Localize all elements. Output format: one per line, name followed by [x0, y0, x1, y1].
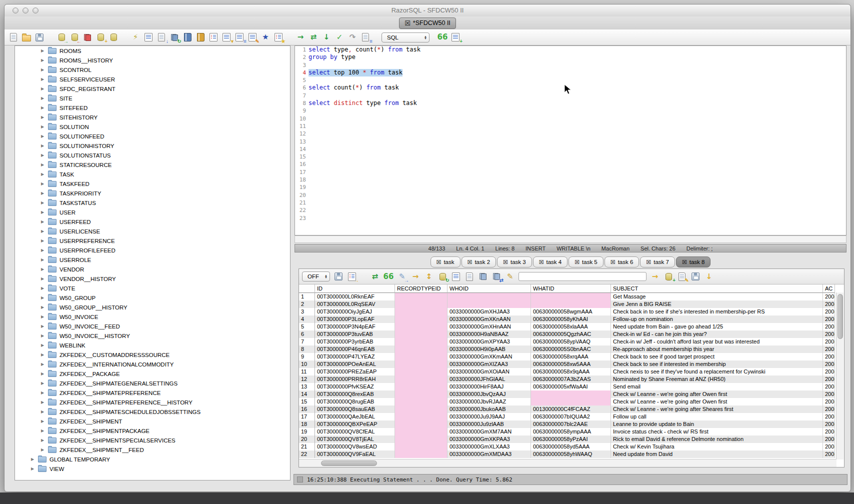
- tree-item[interactable]: ▶ZKFEDEX__SHIPMENT: [15, 416, 290, 426]
- table-cell[interactable]: [395, 420, 448, 428]
- favorites-icon[interactable]: ★: [260, 32, 270, 42]
- rollback-icon[interactable]: ↷: [348, 32, 358, 42]
- tree-item[interactable]: ▶W50_INVOICE__HISTORY: [15, 331, 290, 340]
- save-all-results-icon[interactable]: [690, 272, 700, 282]
- table-row[interactable]: 400T3000000P3LopEAF0033000000GmXKnAAN006…: [299, 316, 844, 323]
- table-cell[interactable]: [395, 308, 448, 316]
- table-row[interactable]: 1600T3000000Q8sauEAB0033000000JbukoAAB00…: [299, 406, 844, 413]
- table-cell[interactable]: Follow-up on nomination: [611, 316, 823, 323]
- table-cell[interactable]: Check back to see if good target prospec…: [611, 353, 823, 360]
- row-number[interactable]: 8: [299, 346, 315, 353]
- table-cell[interactable]: 200(: [823, 293, 835, 300]
- table-cell[interactable]: [531, 293, 611, 300]
- table-cell[interactable]: 00T3000000OiyJgEAJ: [315, 308, 395, 316]
- table-cell[interactable]: 006300000058x9qAAA: [531, 368, 611, 376]
- import-data-icon[interactable]: ↻: [170, 32, 180, 42]
- table-cell[interactable]: 0033000000GmXHJAA3: [448, 308, 531, 316]
- table-editor-icon[interactable]: ★: [274, 32, 284, 42]
- table-cell[interactable]: 0033000000GmXKnAAN: [448, 316, 531, 323]
- editor-line[interactable]: 18: [295, 176, 846, 184]
- table-cell[interactable]: 0033000000Ju9J9AAJ: [448, 413, 531, 420]
- tree-item[interactable]: ▶SITEFEED: [15, 103, 290, 112]
- disclosure-triangle-icon[interactable]: ▶: [40, 448, 45, 452]
- disclosure-triangle-icon[interactable]: ▶: [40, 305, 45, 310]
- editor-line[interactable]: 20: [295, 192, 846, 199]
- table-cell[interactable]: 00T3000000P47LYEAZ: [315, 353, 395, 360]
- transpose-icon[interactable]: →: [347, 272, 357, 282]
- tree-item[interactable]: ▶USER: [15, 208, 290, 217]
- disclosure-triangle-icon[interactable]: ▶: [40, 106, 45, 110]
- editor-hscrollbar[interactable]: [294, 236, 846, 243]
- execute-all-icon[interactable]: +: [450, 32, 460, 42]
- table-row[interactable]: 600T3000000P3tuvEAB0033000000H9aNBAAZ006…: [299, 330, 844, 338]
- table-cell[interactable]: 0033000000GmXLXAA3: [448, 443, 531, 450]
- tree-item[interactable]: ▶W50_GROUP: [15, 293, 290, 302]
- table-cell[interactable]: 0013000000C4fFCAAZ: [531, 406, 611, 413]
- limit-rows-select[interactable]: OFF ▲▼: [302, 272, 330, 282]
- table-row[interactable]: 1900T3000000QV8CfEAL0033000000GmXM7AAN00…: [299, 428, 844, 436]
- table-cell[interactable]: 200(: [823, 413, 835, 420]
- disclosure-triangle-icon[interactable]: ▶: [40, 172, 45, 176]
- editor-line[interactable]: 15: [295, 153, 846, 160]
- table-row[interactable]: 1000T3000000POeAnEAL0033000000GmXIZAA300…: [299, 360, 844, 368]
- row-number[interactable]: 14: [299, 390, 315, 398]
- tree-item[interactable]: ▶SOLUTIONFEED: [15, 132, 290, 141]
- table-cell[interactable]: [395, 338, 448, 346]
- editor-line[interactable]: 5: [295, 76, 846, 84]
- editor-line[interactable]: 16: [295, 160, 846, 168]
- column-header[interactable]: WHOID: [448, 284, 531, 293]
- table-cell[interactable]: 00T3000000QAeJbEAL: [315, 413, 395, 420]
- disclosure-triangle-icon[interactable]: ▶: [40, 381, 45, 386]
- open-file-icon[interactable]: [22, 32, 32, 42]
- tree-item[interactable]: ▶USERPROFILEFEED: [15, 246, 290, 255]
- editor-line[interactable]: 13: [295, 138, 846, 146]
- column-header[interactable]: AC: [823, 284, 835, 293]
- disclosure-triangle-icon[interactable]: ▶: [40, 77, 45, 82]
- table-cell[interactable]: 200(: [823, 323, 835, 330]
- tree-item[interactable]: ▶TASK: [15, 170, 290, 179]
- table-cell[interactable]: [395, 323, 448, 330]
- tab-close-icon[interactable]: ☒: [468, 260, 472, 265]
- row-number[interactable]: 4: [299, 316, 315, 323]
- editor-line[interactable]: 6select count(*) from task: [295, 84, 846, 92]
- table-cell[interactable]: [395, 383, 448, 390]
- search-next-icon[interactable]: →: [650, 272, 660, 282]
- disclosure-triangle-icon[interactable]: ▶: [40, 419, 45, 424]
- tree-item[interactable]: ▶VOTE: [15, 284, 290, 293]
- edit-results-icon[interactable]: ✎→: [397, 272, 407, 282]
- table-cell[interactable]: 200(: [823, 383, 835, 390]
- table-cell[interactable]: 006300000058xlaAAA: [531, 323, 611, 330]
- results-search-input[interactable]: [518, 272, 646, 281]
- table-row[interactable]: 700T3000000P3yrbEAB0033000000GmXPYAA3006…: [299, 338, 844, 346]
- tree-item[interactable]: ▶ZKFEDEX__PACKAGE: [15, 369, 290, 378]
- row-number[interactable]: 3: [299, 308, 315, 316]
- table-cell[interactable]: 00630000005S0bnAAC: [531, 346, 611, 353]
- table-cell[interactable]: 00T3000000QV8CfEAL: [315, 428, 395, 436]
- disclosure-triangle-icon[interactable]: ▶: [40, 144, 45, 148]
- table-cell[interactable]: [395, 413, 448, 420]
- save-results-icon[interactable]: [334, 272, 344, 282]
- disclosure-triangle-icon[interactable]: ▶: [40, 324, 45, 328]
- table-cell[interactable]: Check back in to see if she's interested…: [611, 308, 823, 316]
- tree-item[interactable]: ▶W50_INVOICE: [15, 312, 290, 322]
- table-cell[interactable]: [395, 300, 448, 308]
- disclosure-triangle-icon[interactable]: ▶: [30, 466, 35, 471]
- tab-close-icon[interactable]: ☒: [646, 260, 651, 265]
- table-row[interactable]: 100T3000000L0RknEAFGet Massage200(: [299, 293, 844, 300]
- table-row[interactable]: 1800T3000000QBXPeEAP0033000000Ju9zlAAB00…: [299, 420, 844, 428]
- insert-row-icon[interactable]: →: [410, 272, 420, 282]
- tab-close-icon[interactable]: ☒: [539, 260, 544, 265]
- table-cell[interactable]: 200(: [823, 360, 835, 368]
- tab-close-icon[interactable]: ☒: [503, 260, 508, 265]
- table-cell[interactable]: 00T3000000P3yrbEAB: [315, 338, 395, 346]
- disclosure-triangle-icon[interactable]: ▶: [40, 390, 45, 395]
- editor-line[interactable]: 3: [295, 62, 846, 69]
- table-cell[interactable]: Check w/ Leanne - we're going after Owen…: [611, 398, 823, 406]
- commit-icon[interactable]: ✓: [334, 32, 344, 42]
- tree-item[interactable]: ▶ROOMS: [15, 46, 290, 56]
- row-number[interactable]: 2: [299, 300, 315, 308]
- table-cell[interactable]: 00T3000000QV8wsEAD: [315, 443, 395, 450]
- table-row[interactable]: 1700T3000000QAeJbEAL0033000000Ju9J9AAJ00…: [299, 413, 844, 420]
- editor-line[interactable]: 12: [295, 130, 846, 138]
- new-file-icon[interactable]: [8, 32, 18, 42]
